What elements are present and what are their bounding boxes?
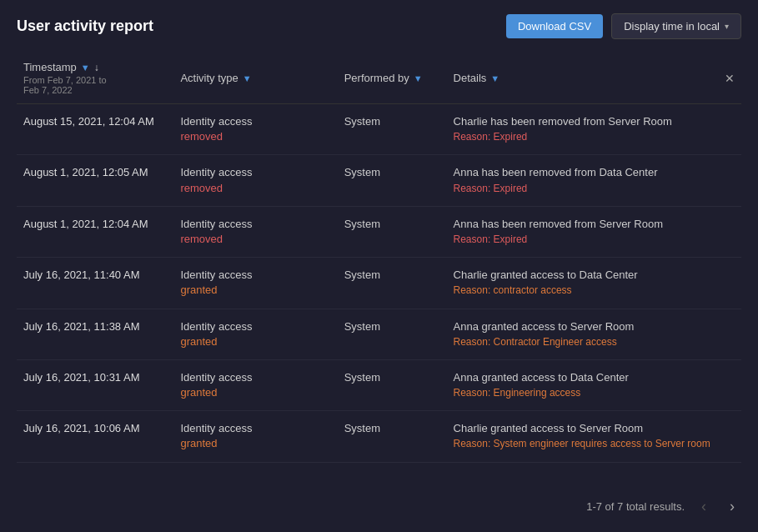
- table-row: July 16, 2021, 11:38 AM Identity access …: [17, 309, 741, 359]
- performed-by-label: Performed by: [344, 72, 409, 84]
- activity-line2: removed: [180, 130, 223, 143]
- cell-performed-by: System: [338, 155, 447, 206]
- detail-line2: Reason: Expired: [454, 233, 528, 245]
- detail-line1: Anna granted access to Server Room: [454, 320, 635, 333]
- page-title: User activity report: [17, 18, 153, 35]
- activity-line1: Identity access: [180, 320, 252, 333]
- cell-performed-by: System: [338, 206, 447, 257]
- activity-line1: Identity access: [180, 218, 252, 230]
- cell-details: Charlie granted access to Data Center Re…: [447, 258, 741, 309]
- activity-line2: granted: [180, 437, 217, 449]
- cell-timestamp: July 16, 2021, 11:38 AM: [17, 309, 173, 359]
- detail-line1: Anna has been removed from Server Room: [454, 218, 663, 230]
- table-container: Timestamp ▼ ↓ From Feb 7, 2021 toFeb 7, …: [0, 53, 758, 481]
- details-label: Details: [454, 72, 487, 84]
- cell-activity-type: Identity access granted: [173, 258, 337, 309]
- activity-line1: Identity access: [180, 371, 252, 384]
- table-row: July 16, 2021, 10:06 AM Identity access …: [17, 411, 741, 462]
- activity-line2: granted: [180, 335, 217, 348]
- activity-filter-icon[interactable]: ▼: [243, 73, 252, 83]
- activity-table: Timestamp ▼ ↓ From Feb 7, 2021 toFeb 7, …: [17, 53, 741, 463]
- activity-line1: Identity access: [180, 115, 252, 128]
- cell-timestamp: July 16, 2021, 10:31 AM: [17, 359, 173, 410]
- detail-line2: Reason: Engineering access: [454, 387, 581, 399]
- pagination-next-button[interactable]: ›: [723, 494, 741, 519]
- cell-timestamp: August 15, 2021, 12:04 AM: [17, 104, 173, 155]
- page-container: User activity report Download CSV Displa…: [0, 0, 758, 532]
- cell-details: Anna granted access to Data Center Reaso…: [447, 359, 741, 410]
- display-time-button[interactable]: Display time in local ▾: [611, 13, 741, 39]
- detail-line1: Anna has been removed from Data Center: [454, 166, 658, 178]
- table-body: August 15, 2021, 12:04 AM Identity acces…: [17, 104, 741, 463]
- pagination: 1-7 of 7 total results. ‹ ›: [0, 481, 758, 532]
- details-filter-icon[interactable]: ▼: [490, 73, 499, 83]
- pagination-prev-button[interactable]: ‹: [695, 494, 713, 519]
- table-header-row: Timestamp ▼ ↓ From Feb 7, 2021 toFeb 7, …: [17, 53, 741, 104]
- table-row: August 15, 2021, 12:04 AM Identity acces…: [17, 104, 741, 155]
- chevron-down-icon: ▾: [725, 22, 729, 31]
- activity-line2: removed: [180, 182, 223, 194]
- col-details: Details ▼ ✕: [447, 53, 741, 104]
- detail-line2: Reason: Expired: [454, 131, 528, 143]
- cell-activity-type: Identity access removed: [173, 206, 337, 257]
- display-time-label: Display time in local: [624, 20, 720, 33]
- cell-activity-type: Identity access removed: [173, 104, 337, 155]
- cell-timestamp: August 1, 2021, 12:04 AM: [17, 206, 173, 257]
- col-performed-by: Performed by ▼: [338, 53, 447, 104]
- detail-line1: Charlie granted access to Data Center: [454, 269, 638, 281]
- activity-line2: removed: [180, 233, 223, 245]
- col-activity-type: Activity type ▼: [173, 53, 337, 104]
- cell-details: Anna has been removed from Server Room R…: [447, 206, 741, 257]
- cell-details: Anna granted access to Server Room Reaso…: [447, 309, 741, 359]
- table-row: July 16, 2021, 11:40 AM Identity access …: [17, 258, 741, 309]
- cell-performed-by: System: [338, 359, 447, 410]
- pagination-info: 1-7 of 7 total results.: [586, 500, 685, 513]
- cell-performed-by: System: [338, 309, 447, 359]
- activity-line1: Identity access: [180, 269, 252, 281]
- activity-line1: Identity access: [180, 422, 252, 434]
- detail-line2: Reason: System engineer requires access …: [454, 438, 710, 449]
- header: User activity report Download CSV Displa…: [0, 0, 758, 53]
- detail-line1: Charlie granted access to Server Room: [454, 422, 644, 434]
- timestamp-sort-icon[interactable]: ↓: [94, 62, 99, 73]
- performed-filter-icon[interactable]: ▼: [414, 73, 423, 83]
- cell-activity-type: Identity access removed: [173, 155, 337, 206]
- activity-line2: granted: [180, 386, 217, 399]
- cell-activity-type: Identity access granted: [173, 411, 337, 462]
- detail-line2: Reason: Expired: [454, 183, 528, 194]
- timestamp-sub-label: From Feb 7, 2021 toFeb 7, 2022: [23, 75, 167, 95]
- col-timestamp: Timestamp ▼ ↓ From Feb 7, 2021 toFeb 7, …: [17, 53, 173, 104]
- detail-line2: Reason: Contractor Engineer access: [454, 336, 617, 348]
- activity-line1: Identity access: [180, 166, 252, 178]
- cell-details: Charlie granted access to Server Room Re…: [447, 411, 741, 462]
- cell-activity-type: Identity access granted: [173, 359, 337, 410]
- download-csv-button[interactable]: Download CSV: [506, 14, 603, 38]
- cell-timestamp: July 16, 2021, 11:40 AM: [17, 258, 173, 309]
- table-row: August 1, 2021, 12:04 AM Identity access…: [17, 206, 741, 257]
- detail-line2: Reason: contractor access: [454, 284, 572, 296]
- activity-type-label: Activity type: [180, 72, 238, 84]
- cell-timestamp: August 1, 2021, 12:05 AM: [17, 155, 173, 206]
- table-row: July 16, 2021, 10:31 AM Identity access …: [17, 359, 741, 410]
- header-actions: Download CSV Display time in local ▾: [506, 13, 741, 39]
- cell-performed-by: System: [338, 258, 447, 309]
- timestamp-filter-icon[interactable]: ▼: [81, 63, 90, 73]
- detail-line1: Anna granted access to Data Center: [454, 371, 629, 384]
- activity-line2: granted: [180, 284, 217, 296]
- cell-timestamp: July 16, 2021, 10:06 AM: [17, 411, 173, 462]
- cell-details: Charlie has been removed from Server Roo…: [447, 104, 741, 155]
- cell-performed-by: System: [338, 104, 447, 155]
- cell-activity-type: Identity access granted: [173, 309, 337, 359]
- cell-details: Anna has been removed from Data Center R…: [447, 155, 741, 206]
- cell-performed-by: System: [338, 411, 447, 462]
- timestamp-label: Timestamp: [23, 61, 77, 73]
- clear-filters-button[interactable]: ✕: [725, 72, 735, 85]
- table-row: August 1, 2021, 12:05 AM Identity access…: [17, 155, 741, 206]
- detail-line1: Charlie has been removed from Server Roo…: [454, 115, 672, 128]
